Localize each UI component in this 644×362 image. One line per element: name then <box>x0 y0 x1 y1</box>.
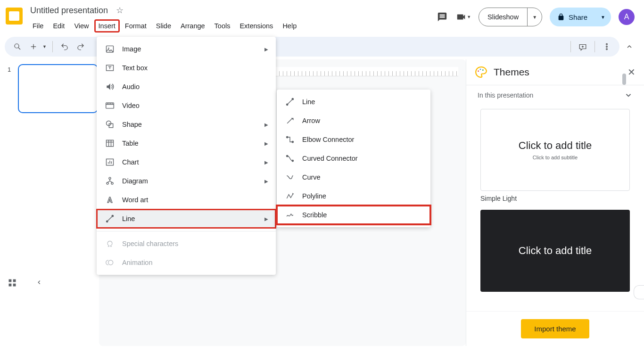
insert-chart[interactable]: Chart ▶ <box>97 153 276 172</box>
svg-line-1 <box>18 48 20 49</box>
slideshow-dropdown-icon[interactable]: ▼ <box>527 8 542 26</box>
svg-line-50 <box>287 119 292 123</box>
insert-line-label: Line <box>122 215 135 222</box>
more-icon[interactable] <box>601 41 613 53</box>
comment-history-icon[interactable] <box>437 11 448 23</box>
curved-connector-icon <box>284 153 296 164</box>
menu-slide[interactable]: Slide <box>152 19 175 33</box>
star-icon[interactable]: ☆ <box>116 6 124 15</box>
svg-point-38 <box>107 182 108 184</box>
undo-icon[interactable] <box>58 41 71 53</box>
image-icon <box>104 43 116 55</box>
svg-rect-13 <box>13 280 16 282</box>
close-icon[interactable]: ✕ <box>627 66 636 78</box>
svg-rect-29 <box>107 140 114 146</box>
insert-image[interactable]: Image ▶ <box>97 40 276 58</box>
slide-number: 1 <box>8 66 11 73</box>
explore-tab[interactable] <box>634 285 644 299</box>
line-type-polyline[interactable]: Polyline <box>277 187 430 206</box>
svg-point-10 <box>480 69 481 70</box>
svg-point-11 <box>482 69 484 71</box>
insert-animation-label: Animation <box>122 259 152 266</box>
menu-format[interactable]: Format <box>121 19 151 33</box>
meet-icon[interactable] <box>455 11 467 23</box>
line-type-arrow[interactable]: Arrow <box>277 111 430 130</box>
insert-diagram[interactable]: Diagram ▶ <box>97 172 276 190</box>
slides-logo[interactable] <box>6 8 23 25</box>
insert-shape[interactable]: Shape ▶ <box>97 115 276 134</box>
curve-icon <box>284 172 296 183</box>
new-slide-icon[interactable] <box>27 41 40 53</box>
insert-video[interactable]: Video <box>97 96 276 115</box>
menu-edit[interactable]: Edit <box>49 19 69 33</box>
insert-textbox[interactable]: Text box <box>97 58 276 77</box>
svg-point-6 <box>606 43 608 45</box>
scrollbar-thumb[interactable] <box>622 74 626 85</box>
lock-icon <box>557 13 565 21</box>
polyline-icon <box>284 190 296 202</box>
document-title[interactable]: Untitled presentation <box>28 4 110 17</box>
theme-preview-subtitle: Click to add subtitle <box>533 155 578 160</box>
slide-thumbnail[interactable] <box>18 64 98 113</box>
omega-icon <box>104 238 116 249</box>
svg-point-52 <box>287 136 288 138</box>
svg-line-41 <box>107 181 110 182</box>
new-slide-dropdown-icon[interactable]: ▼ <box>42 44 47 49</box>
svg-rect-21 <box>106 103 114 108</box>
line-type-scribble[interactable]: Scribble <box>277 206 430 224</box>
scribble-icon <box>284 209 296 221</box>
theme-card-simple-light[interactable]: Click to add title Click to add subtitle <box>480 109 630 191</box>
svg-line-42 <box>110 181 112 182</box>
theme-card-simple-dark[interactable]: Click to add title <box>480 210 630 292</box>
slideshow-button[interactable]: Slideshow ▼ <box>479 8 542 26</box>
collapse-toolbar-icon[interactable] <box>619 37 639 57</box>
line-type-elbow[interactable]: Elbow Connector <box>277 130 430 149</box>
comment-icon[interactable] <box>577 41 589 53</box>
themes-title: Themes <box>494 66 529 78</box>
chevron-left-icon[interactable] <box>36 279 42 287</box>
line-type-curve[interactable]: Curve <box>277 168 430 187</box>
line-straight-icon <box>284 96 296 107</box>
menu-help[interactable]: Help <box>278 19 301 33</box>
wordart-icon <box>104 194 116 206</box>
meet-dropdown-icon[interactable]: ▼ <box>467 15 471 19</box>
insert-wordart[interactable]: Word art <box>97 190 276 209</box>
insert-line[interactable]: Line ▶ <box>97 209 276 228</box>
submenu-arrow-icon: ▶ <box>264 122 268 127</box>
svg-point-37 <box>109 177 111 179</box>
menu-insert[interactable]: Insert <box>94 19 120 33</box>
menu-tools[interactable]: Tools <box>210 19 235 33</box>
line-type-line[interactable]: Line <box>277 92 430 111</box>
svg-point-17 <box>108 48 109 49</box>
palette-icon <box>475 66 487 78</box>
themes-section-toggle[interactable]: In this presentation <box>466 85 644 105</box>
import-theme-button[interactable]: Import theme <box>521 319 589 338</box>
svg-point-27 <box>107 121 111 126</box>
insert-table[interactable]: Table ▶ <box>97 134 276 153</box>
shape-icon <box>104 119 116 130</box>
themes-panel: Themes ✕ In this presentation Click to a… <box>466 59 644 346</box>
redo-icon[interactable] <box>74 41 87 53</box>
share-dropdown-icon[interactable]: ▼ <box>595 15 611 20</box>
svg-point-8 <box>606 49 608 50</box>
search-icon[interactable] <box>11 41 24 53</box>
insert-audio[interactable]: Audio <box>97 77 276 96</box>
line-type-curved[interactable]: Curved Connector <box>277 149 430 168</box>
theme-preview-title: Click to add title <box>519 245 592 257</box>
svg-point-55 <box>292 160 293 161</box>
menu-view[interactable]: View <box>70 19 93 33</box>
svg-point-45 <box>112 215 113 217</box>
svg-point-39 <box>111 182 113 184</box>
menu-arrange[interactable]: Arrange <box>176 19 209 33</box>
elbow-icon <box>284 134 296 145</box>
menu-bar: File Edit View Insert Format Slide Arran… <box>28 19 301 33</box>
insert-audio-label: Audio <box>122 83 140 90</box>
svg-point-49 <box>292 99 293 100</box>
grid-view-icon[interactable] <box>8 278 17 288</box>
menu-extensions[interactable]: Extensions <box>235 19 277 33</box>
share-button[interactable]: Share ▼ <box>550 8 611 26</box>
account-avatar[interactable]: A <box>619 9 635 25</box>
insert-wordart-label: Word art <box>122 196 148 204</box>
insert-special-label: Special characters <box>122 240 178 247</box>
menu-file[interactable]: File <box>28 19 48 33</box>
